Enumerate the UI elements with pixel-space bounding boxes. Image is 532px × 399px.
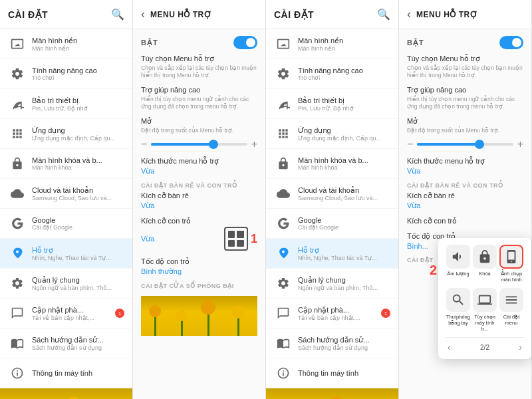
- popup-prev-button[interactable]: ‹: [445, 342, 454, 352]
- popup-item-computer[interactable]: Tùy chọn máy tính b...: [471, 288, 498, 332]
- popup-volume-icon-wrap: [446, 245, 470, 269]
- advanced-icon: [8, 65, 27, 83]
- right-bat-row: BẬT: [407, 36, 523, 49]
- settings-item-cloud-sublabel: Samsung Cloud, Sao lưu và...: [32, 195, 124, 201]
- settings-item-advanced[interactable]: Tính năng nâng cao Trò chơi: [0, 59, 132, 89]
- left-section-options-title: Tùy chọn Menu hỗ trợ: [141, 55, 257, 63]
- right-support-header: ‹ MENU HỖ TRỢ: [399, 0, 531, 29]
- r-settings-item-about[interactable]: Thông tin máy tính: [266, 358, 398, 388]
- left-cursor-size-link[interactable]: Vừa: [141, 201, 257, 210]
- right-slider-row: − +: [407, 138, 523, 150]
- right-number2-label: 2: [430, 263, 437, 278]
- left-slider-plus[interactable]: +: [251, 138, 257, 150]
- r-settings-item-maintenance[interactable]: Bảo trì thiết bị Pin, Lưu trữ, Bộ nhớ: [266, 89, 398, 119]
- settings-item-general[interactable]: Quản lý chung Ngôn ngữ và bàn phím, Thô.…: [0, 269, 132, 299]
- settings-item-support-text: Hỗ trợ Nhìn, Nghe, Thao tác và Tự...: [32, 246, 124, 261]
- settings-item-wallpaper[interactable]: Màn hình nền Màn hình nền: [0, 29, 132, 59]
- settings-item-apps-label: Ứng dụng: [32, 126, 124, 135]
- left-cursor-speed: Tốc độ con trỏ Bình thường: [141, 257, 257, 276]
- left-section-open-title: Mở: [141, 117, 257, 126]
- left-section-size-link[interactable]: Vừa: [141, 167, 257, 176]
- popup-item-volume[interactable]: Âm lượng: [445, 245, 471, 283]
- right-slider-thumb[interactable]: [475, 140, 484, 149]
- r-settings-item-manual[interactable]: Sách hướng dẫn sử... Sách hướng dẫn sử d…: [266, 329, 398, 358]
- settings-item-cloud[interactable]: Cloud và tài khoản Samsung Cloud, Sao lư…: [0, 179, 132, 209]
- r-settings-item-support[interactable]: Hỗ trợ Nhìn, Nghe, Thao tác và Tự...: [266, 239, 398, 269]
- settings-item-google-text: Google Cài đặt Google: [32, 216, 124, 231]
- popup-lock-icon-wrap: [473, 245, 497, 269]
- right-toggle[interactable]: [499, 36, 523, 49]
- r-settings-item-general[interactable]: Quản lý chung Ngôn ngữ và bàn phím, Thô.…: [266, 269, 398, 299]
- right-slider-plus[interactable]: +: [517, 138, 523, 150]
- right-slider-minus[interactable]: −: [407, 138, 413, 150]
- apps-icon: [8, 124, 27, 143]
- left-settings-panel: CÀI ĐẶT 🔍 Màn hình nền Màn hình nền Tính…: [0, 0, 133, 399]
- settings-item-general-sublabel: Ngôn ngữ và bàn phím, Thô...: [32, 285, 124, 291]
- support-icon: [8, 244, 27, 263]
- grid-dot-1: [228, 231, 235, 238]
- r-wallpaper-icon: [274, 35, 293, 53]
- popup-item-lock[interactable]: Khóa: [471, 245, 498, 283]
- left-cursor-pointer-link[interactable]: Vừa: [141, 235, 154, 243]
- left-section-advanced: Trợ giúp nâng cao Hiển thị tùy chọn menu…: [141, 86, 257, 110]
- right-settings-header: CÀI ĐẶT 🔍: [266, 0, 398, 29]
- r-settings-item-apps[interactable]: Ứng dụng Ứng dụng mặc định, Cấp qu...: [266, 119, 398, 149]
- r-settings-item-update[interactable]: Cập nhật phà... Tải về bản cập nhật,... …: [266, 299, 398, 329]
- settings-item-apps[interactable]: Ứng dụng Ứng dụng mặc định, Cấp qu...: [0, 119, 132, 149]
- right-section-open-desc: Đặt độ trong suốt của Menu hỗ trợ.: [407, 127, 523, 134]
- right-section-size: Kích thước menu hỗ trợ Vừa: [407, 157, 523, 176]
- right-search-icon[interactable]: 🔍: [377, 8, 390, 21]
- right-cursor-size-link[interactable]: Vừa: [407, 201, 523, 210]
- computer-icon: [477, 293, 492, 307]
- right-cursor-speed-link[interactable]: Bình...: [407, 242, 428, 250]
- r-settings-item-wallpaper[interactable]: Màn hình nền Màn hình nền: [266, 29, 398, 59]
- settings-item-apps-sublabel: Ứng dụng mặc định, Cấp qu...: [32, 135, 124, 142]
- settings-item-manual[interactable]: Sách hướng dẫn sử... Sách hướng dẫn sử d…: [0, 329, 132, 358]
- settings-item-support[interactable]: Hỗ trợ Nhìn, Nghe, Thao tác và Tự...: [0, 239, 132, 269]
- r-settings-item-cloud[interactable]: Cloud và tài khoản Samsung Cloud, Sao lư…: [266, 179, 398, 209]
- settings-item-update-label: Cập nhật phà...: [32, 306, 115, 315]
- popup-row-2: Thu/phóng bằng tay Tùy chọn máy tính b..…: [445, 288, 525, 332]
- settings-item-support-label: Hỗ trợ: [32, 246, 124, 255]
- grid-dot-2: [237, 231, 244, 238]
- popup-item-zoom[interactable]: Thu/phóng bằng tay: [445, 288, 471, 332]
- left-slider-fill: [151, 143, 213, 146]
- left-slider-thumb[interactable]: [209, 140, 218, 149]
- settings-item-cloud-text: Cloud và tài khoản Samsung Cloud, Sao lư…: [32, 186, 124, 201]
- left-slider-track[interactable]: [151, 143, 247, 146]
- left-bat-row: BẬT: [141, 36, 257, 49]
- right-back-button[interactable]: ‹: [407, 7, 411, 21]
- popup-next-button[interactable]: ›: [516, 342, 525, 352]
- left-toggle[interactable]: [233, 36, 257, 49]
- left-slider-row: − +: [141, 138, 257, 150]
- right-slider-track[interactable]: [417, 143, 513, 146]
- r-settings-item-lockscreen[interactable]: Màn hình khóa và b... Màn hình khóa: [266, 149, 398, 179]
- settings-item-update[interactable]: Cập nhật phà... Tải về bản cập nhật,... …: [0, 299, 132, 329]
- settings-item-update-sublabel: Tải về bản cập nhật,...: [32, 315, 115, 321]
- settings-item-google-label: Google: [32, 216, 124, 224]
- settings-item-google[interactable]: Google Cài đặt Google: [0, 209, 132, 239]
- left-slider-minus[interactable]: −: [141, 138, 147, 150]
- r-cloud-icon: [274, 184, 293, 203]
- settings-item-lockscreen-sublabel: Màn hình khóa: [32, 164, 124, 171]
- left-settings-list: Màn hình nền Màn hình nền Tính năng nâng…: [0, 29, 132, 399]
- settings-item-lockscreen[interactable]: Màn hình khóa và b... Màn hình khóa: [0, 149, 132, 179]
- left-section-open: Mở Đặt độ trong suốt của Menu hỗ trợ. − …: [141, 117, 257, 150]
- r-settings-item-advanced[interactable]: Tính năng nâng cao Trò chơi: [266, 59, 398, 89]
- settings-item-maintenance[interactable]: Bảo trì thiết bị Pin, Lưu trữ, Bộ nhớ: [0, 89, 132, 119]
- left-search-icon[interactable]: 🔍: [111, 8, 124, 21]
- left-grid-indicator[interactable]: [224, 227, 248, 251]
- menu-settings-icon: [504, 293, 519, 307]
- left-bat-label: BẬT: [141, 39, 158, 47]
- settings-item-about[interactable]: Thông tin máy tính: [0, 358, 132, 388]
- right-section-advanced: Trợ giúp nâng cao Hiển thị tùy chọn menu…: [407, 86, 523, 110]
- left-cursor-size: Kích cỡ bàn rê Vừa: [141, 192, 257, 210]
- left-back-button[interactable]: ‹: [141, 7, 145, 21]
- r-settings-item-google[interactable]: Google Cài đặt Google: [266, 209, 398, 239]
- popup-item-menu-settings[interactable]: Cài đặt menu: [498, 288, 525, 332]
- popup-item-screenshot[interactable]: Ảnh chụp màn hình: [498, 245, 525, 283]
- left-support-header: ‹ MENU HỖ TRỢ: [133, 0, 265, 29]
- right-section-size-link[interactable]: Vừa: [407, 167, 523, 176]
- left-cursor-speed-link[interactable]: Bình thường: [141, 267, 257, 276]
- maintenance-icon: [8, 94, 27, 113]
